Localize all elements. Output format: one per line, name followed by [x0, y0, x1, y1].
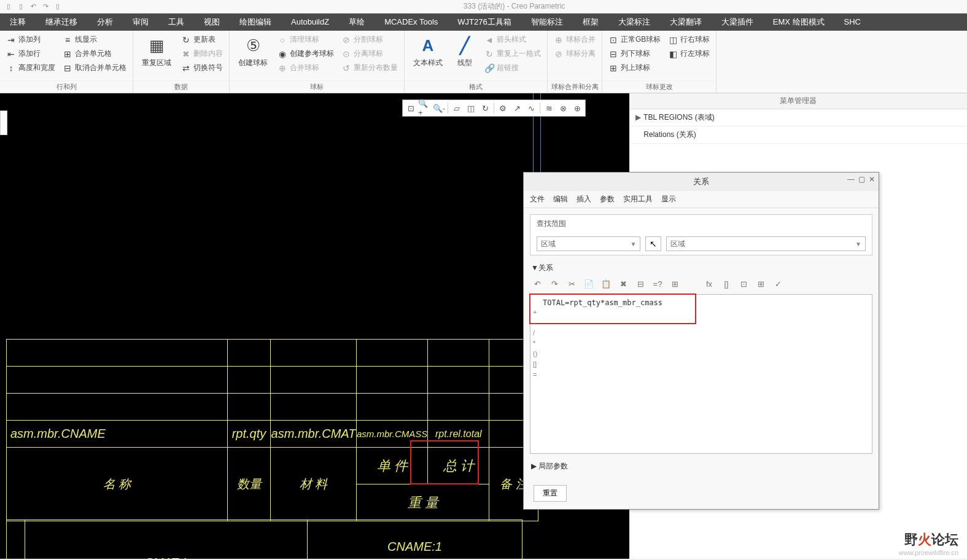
- ribbon-big-button[interactable]: A文本样式: [408, 33, 448, 71]
- ribbon-tab[interactable]: 审阅: [123, 14, 158, 31]
- ribbon-tab[interactable]: 分析: [87, 14, 123, 31]
- view-toolbar-button[interactable]: ∿: [524, 101, 538, 115]
- param-cell[interactable]: asm.mbr.CNAME: [7, 421, 228, 448]
- header-total: 总 计: [428, 448, 489, 484]
- dialog-menu-item[interactable]: 插入: [577, 194, 591, 204]
- drawing-title-block[interactable]: CMAT:1 CNAME:1 CNAME:1: [6, 519, 522, 559]
- ribbon-button[interactable]: ↻更新表: [179, 33, 225, 46]
- relations-toolbar-button[interactable]: =?: [650, 277, 665, 290]
- qat-icon[interactable]: ↷: [40, 1, 51, 12]
- menu-manager-item[interactable]: ▶ TBL REGIONS (表域): [629, 109, 967, 126]
- relations-toolbar-button[interactable]: 📄: [581, 277, 596, 290]
- ribbon-button[interactable]: ⊡正常GB球标: [606, 33, 663, 46]
- ribbon-button[interactable]: ◧行左球标: [666, 47, 712, 60]
- view-toolbar-button[interactable]: ⚙: [496, 101, 510, 115]
- relations-toolbar-button[interactable]: ✖: [616, 277, 631, 290]
- close-icon[interactable]: ✕: [869, 175, 875, 184]
- qat-icon[interactable]: ▯: [52, 1, 63, 12]
- ribbon-tab[interactable]: 草绘: [339, 14, 375, 31]
- relations-toolbar-button[interactable]: ⊟: [633, 277, 648, 290]
- dialog-menu-item[interactable]: 实用工具: [623, 194, 653, 204]
- qat-icon[interactable]: ↶: [28, 1, 39, 12]
- view-toolbar-button[interactable]: ⊡: [404, 101, 417, 115]
- qat-icon[interactable]: ▯: [15, 1, 26, 12]
- pick-button[interactable]: ↖: [645, 236, 661, 251]
- relations-toolbar-button[interactable]: ⊞: [667, 277, 682, 290]
- drawing-repeat-region-table[interactable]: asm.mbr.CNAME rpt.qty asm.mbr.CMAT asm.m…: [6, 339, 538, 521]
- menu-manager-item[interactable]: Relations (关系): [629, 126, 967, 144]
- relations-toolbar-button[interactable]: ↷: [547, 277, 562, 290]
- ribbon-button[interactable]: ⇥添加列: [4, 33, 58, 46]
- relations-toolbar-button[interactable]: ✂: [564, 277, 579, 290]
- view-toolbar-button[interactable]: ≋: [542, 101, 556, 115]
- view-toolbar-button[interactable]: 🔍+: [418, 101, 432, 115]
- ribbon-button[interactable]: ⊞合并单元格: [60, 47, 129, 60]
- relations-toolbar-button[interactable]: []: [719, 277, 734, 290]
- ribbon-big-button[interactable]: ╱线型: [450, 33, 480, 71]
- param-cell[interactable]: asm.mbr.CMAT: [271, 421, 357, 448]
- ribbon-button[interactable]: ◫行右球标: [666, 33, 712, 46]
- ribbon-button[interactable]: ≡线显示: [60, 33, 129, 46]
- view-toolbar-button[interactable]: 🔍-: [432, 101, 446, 115]
- relations-editor[interactable]: +-/*()[]= TOTAL=rpt_qty*asm_mbr_cmass: [530, 294, 872, 454]
- relations-text[interactable]: TOTAL=rpt_qty*asm_mbr_cmass: [543, 298, 662, 307]
- relations-toolbar-button[interactable]: 📋: [599, 277, 613, 290]
- ribbon-button[interactable]: ⇄切换符号: [179, 61, 225, 74]
- ribbon-tab[interactable]: 注释: [0, 14, 36, 31]
- relations-toolbar-button[interactable]: ⊡: [736, 277, 751, 290]
- ribbon-tab[interactable]: 继承迁移: [36, 14, 87, 31]
- ribbon-big-button[interactable]: ▦重复区域: [137, 33, 176, 71]
- relations-section-header[interactable]: ▼关系: [530, 260, 872, 276]
- ribbon-tab[interactable]: 大梁翻译: [660, 14, 712, 31]
- ribbon-tab[interactable]: 智能标注: [521, 14, 573, 31]
- ribbon-tab[interactable]: 绘图编辑: [230, 14, 281, 31]
- dialog-menu-item[interactable]: 参数: [600, 194, 615, 204]
- ribbon-big-button[interactable]: ⑤创建球标: [233, 33, 273, 71]
- ribbon-tab[interactable]: 工具: [158, 14, 194, 31]
- ribbon-button[interactable]: ◉创建参考球标: [275, 47, 336, 60]
- ribbon-tab[interactable]: 大梁插件: [712, 14, 763, 31]
- ribbon-icon: ◧: [668, 49, 678, 59]
- relations-toolbar-button[interactable]: ⊞: [753, 277, 768, 290]
- view-toolbar-button[interactable]: ↻: [478, 101, 492, 115]
- ribbon-tab[interactable]: SHC: [834, 14, 871, 31]
- relations-toolbar-button[interactable]: ✓: [771, 277, 785, 290]
- relations-toolbar-button[interactable]: [685, 277, 699, 290]
- relations-toolbar-button[interactable]: fx: [702, 277, 717, 290]
- collapsed-browser-tab[interactable]: [0, 111, 7, 135]
- ribbon-button[interactable]: ⇤添加行: [4, 47, 58, 60]
- ribbon-tab[interactable]: MCADEx Tools: [375, 14, 448, 31]
- param-cell[interactable]: rpt.rel.total: [428, 421, 489, 448]
- local-params-section-header[interactable]: ▶局部参数: [530, 459, 872, 474]
- ribbon-button[interactable]: ⊟取消合并单元格: [60, 61, 129, 74]
- ribbon-button[interactable]: ⊞列上球标: [606, 61, 663, 74]
- scope-select-1[interactable]: 区域▼: [537, 236, 640, 251]
- ribbon-button[interactable]: ⊟列下球标: [606, 47, 663, 60]
- view-toolbar-button[interactable]: ⊕: [570, 101, 584, 115]
- ribbon-tab[interactable]: 框架: [573, 14, 608, 31]
- arrow-icon: ▶: [635, 113, 642, 122]
- dialog-menu-item[interactable]: 编辑: [553, 194, 568, 204]
- view-toolbar-button[interactable]: ↗: [510, 101, 524, 115]
- view-toolbar-button[interactable]: ▱: [450, 101, 464, 115]
- relations-toolbar-button[interactable]: ↶: [530, 277, 545, 290]
- ribbon-button[interactable]: ↕高度和宽度: [4, 61, 58, 74]
- minimize-icon[interactable]: —: [847, 175, 855, 184]
- scope-select-2[interactable]: 区域▼: [666, 236, 866, 251]
- dialog-menu-item[interactable]: 显示: [661, 194, 676, 204]
- param-cell[interactable]: asm.mbr.CMASS: [357, 421, 428, 448]
- ribbon-tab[interactable]: AutobuildZ: [281, 14, 339, 31]
- reset-button[interactable]: 重置: [534, 485, 567, 502]
- ribbon-tab[interactable]: WJT276工具箱: [448, 14, 521, 31]
- view-toolbar-button[interactable]: ⊗: [556, 101, 570, 115]
- ribbon-button: ○清理球标: [275, 33, 336, 46]
- ribbon-icon: ╱: [455, 36, 475, 55]
- ribbon-tab[interactable]: EMX 绘图模式: [763, 14, 834, 31]
- ribbon-tab[interactable]: 大梁标注: [608, 14, 660, 31]
- ribbon-tab[interactable]: 视图: [194, 14, 230, 31]
- maximize-icon[interactable]: ▢: [858, 175, 865, 184]
- qat-icon[interactable]: ▯: [3, 1, 14, 12]
- view-toolbar-button[interactable]: ◫: [464, 101, 478, 115]
- dialog-menu-item[interactable]: 文件: [530, 194, 545, 204]
- param-cell[interactable]: rpt.qty: [228, 421, 271, 448]
